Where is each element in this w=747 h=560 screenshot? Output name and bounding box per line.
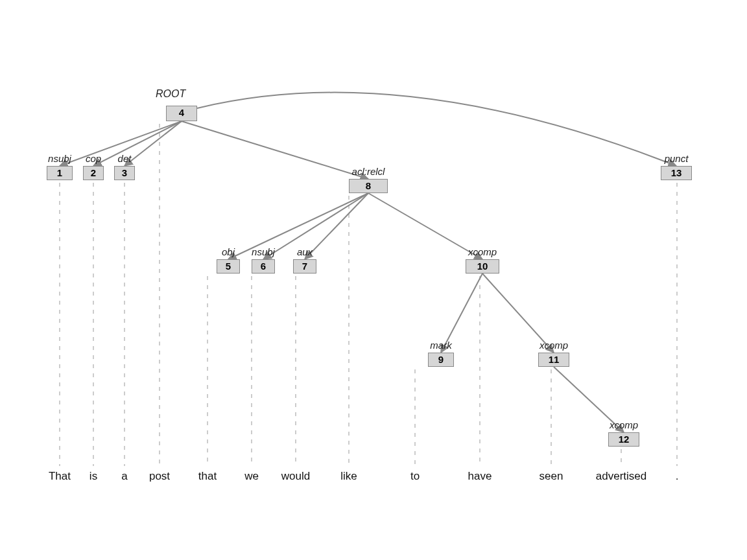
tree-node-4: 4 bbox=[166, 106, 197, 121]
edge-n4-n8 bbox=[182, 121, 368, 179]
token-2: is bbox=[89, 470, 97, 483]
tree-node-2: 2 bbox=[83, 166, 104, 180]
tree-node-12: 12 bbox=[608, 432, 639, 447]
dependency-tree-diagram: ROOT 12345678910111213Thatisapostthatwew… bbox=[0, 0, 747, 560]
token-3: a bbox=[121, 470, 127, 483]
token-1: That bbox=[49, 470, 71, 483]
edge-label-punct-n13: punct bbox=[665, 153, 689, 164]
edge-label-det-n3: det bbox=[118, 153, 132, 164]
token-8: like bbox=[340, 470, 357, 483]
edge-n4-n13 bbox=[197, 93, 676, 166]
token-13: . bbox=[676, 470, 679, 483]
edge-label-acl:relcl-n8: acl:relcl bbox=[352, 166, 385, 177]
edge-label-xcomp-n12: xcomp bbox=[610, 419, 638, 430]
token-12: advertised bbox=[596, 470, 646, 483]
token-5: that bbox=[198, 470, 217, 483]
tree-node-6: 6 bbox=[252, 259, 275, 274]
token-9: to bbox=[410, 470, 420, 483]
tree-node-1: 1 bbox=[47, 166, 73, 180]
edge-label-cop-n2: cop bbox=[86, 153, 101, 164]
edge-label-obj-n5: obj bbox=[222, 246, 235, 257]
tree-node-11: 11 bbox=[538, 353, 569, 367]
tree-node-5: 5 bbox=[217, 259, 240, 274]
edge-label-nsubj-n1: nsubj bbox=[48, 153, 71, 164]
tree-node-10: 10 bbox=[466, 259, 499, 274]
edge-label-xcomp-n11: xcomp bbox=[540, 340, 568, 351]
token-11: seen bbox=[540, 470, 563, 483]
root-label: ROOT bbox=[156, 88, 185, 100]
tree-node-9: 9 bbox=[428, 353, 454, 367]
token-7: would bbox=[281, 470, 310, 483]
tree-node-7: 7 bbox=[293, 259, 316, 274]
tree-node-8: 8 bbox=[349, 179, 388, 193]
token-4: post bbox=[149, 470, 170, 483]
token-10: have bbox=[468, 470, 492, 483]
edge-n8-n6 bbox=[263, 193, 368, 259]
token-6: we bbox=[244, 470, 259, 483]
edge-label-aux-n7: aux bbox=[297, 246, 313, 257]
tree-node-13: 13 bbox=[661, 166, 692, 180]
edge-n8-n7 bbox=[305, 193, 368, 259]
edge-n8-n10 bbox=[368, 193, 482, 259]
tree-node-3: 3 bbox=[114, 166, 135, 180]
edge-n4-n3 bbox=[124, 121, 182, 166]
edge-label-mark-n9: mark bbox=[430, 340, 451, 351]
edge-label-nsubj-n6: nsubj bbox=[252, 246, 275, 257]
edge-label-xcomp-n10: xcomp bbox=[468, 246, 497, 257]
edge-n4-n2 bbox=[93, 121, 182, 166]
